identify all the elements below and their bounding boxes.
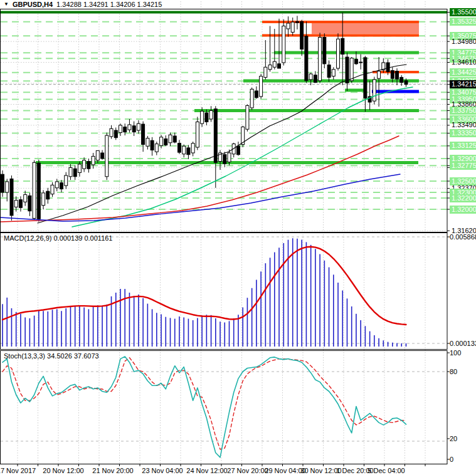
price-axis-area[interactable] — [447, 9, 476, 464]
trading-chart-window: ▼ GBPUSD,H4 1.34288 1.34291 1.34206 1.34… — [0, 0, 476, 475]
stoch-panel-area[interactable] — [0, 350, 447, 464]
ohlc-values: 1.34288 1.34291 1.34206 1.34215 — [56, 1, 162, 8]
macd-panel-area[interactable] — [0, 232, 447, 349]
chevron-down-icon[interactable]: ▼ — [4, 1, 9, 8]
time-axis-area[interactable] — [0, 464, 447, 475]
main-chart-area[interactable] — [0, 9, 447, 232]
symbol-period-label: GBPUSD,H4 — [13, 1, 53, 8]
chart-title-bar: ▼ GBPUSD,H4 1.34288 1.34291 1.34206 1.34… — [0, 0, 476, 9]
